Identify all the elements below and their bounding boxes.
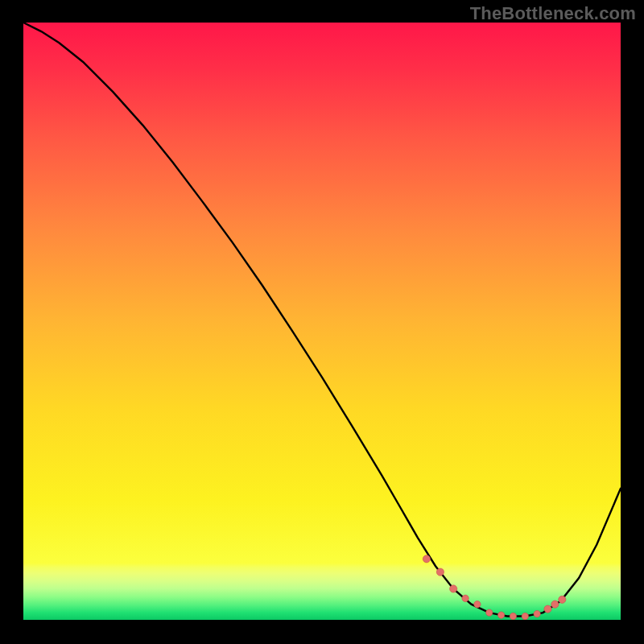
optimal-marker [551,601,559,608]
chart-plot-area [23,23,621,620]
optimal-marker [534,610,540,617]
watermark-text: TheBottleneck.com [470,3,636,24]
optimal-marker [559,596,566,603]
chart-svg [23,23,621,620]
optimal-marker [462,595,469,601]
optimal-marker [450,585,457,592]
gradient-background [23,23,621,620]
optimal-marker [423,555,430,563]
optimal-marker [497,612,504,618]
optimal-marker [486,609,493,616]
optimal-marker [436,568,444,576]
chart-frame: TheBottleneck.com [0,0,644,644]
optimal-marker [510,613,516,619]
optimal-marker [544,605,551,613]
optimal-marker [474,601,481,608]
optimal-marker [522,613,528,619]
